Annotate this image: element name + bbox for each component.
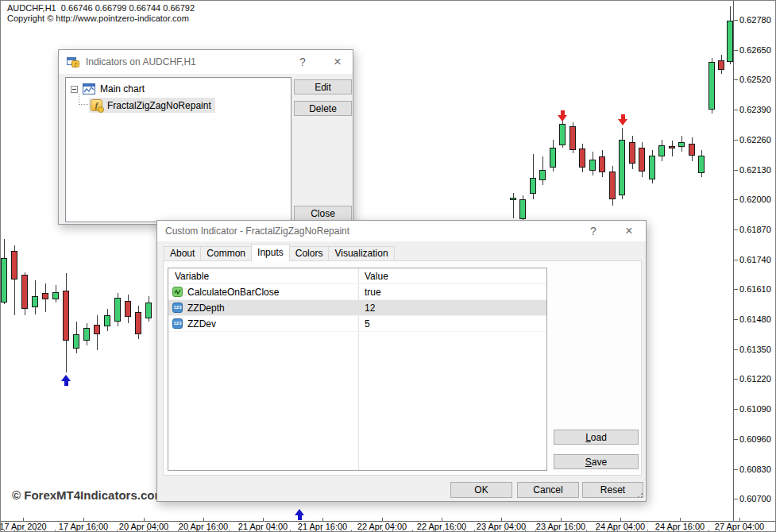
save-button[interactable]: Save	[554, 454, 639, 469]
time-axis-tick	[442, 518, 442, 522]
price-axis-label: 0.60700	[739, 494, 771, 503]
edit-button[interactable]: Edit	[294, 79, 352, 94]
param-variable: ZZDev	[187, 318, 216, 330]
price-axis-tick	[733, 20, 738, 21]
param-variable: ZZDepth	[187, 303, 225, 314]
integer-type-icon: 123	[172, 318, 183, 329]
param-value[interactable]: 5	[365, 318, 370, 330]
param-row[interactable]: 123ZZDepth12	[168, 300, 546, 316]
price-axis-tick	[733, 319, 738, 320]
candle-body	[559, 124, 566, 145]
time-axis-tick	[620, 518, 621, 522]
tab-common[interactable]: Common	[200, 246, 252, 261]
tree-item-main-chart[interactable]: Main chart	[71, 83, 145, 95]
candle-body	[678, 142, 685, 147]
tab-strip: AboutCommonInputsColorsVisualization	[164, 245, 394, 261]
candle-body	[83, 328, 90, 341]
tree-connector	[79, 94, 90, 105]
param-value[interactable]: true	[365, 287, 381, 298]
tab-about[interactable]: About	[164, 246, 201, 261]
price-axis-label: 0.61480	[739, 314, 771, 324]
price-axis-tick	[733, 50, 738, 51]
reset-button[interactable]: Reset	[582, 482, 643, 498]
candle-body	[658, 145, 665, 156]
custom-indicator-dialog: Custom Indicator - FractalZigZagNoRepain…	[156, 220, 647, 502]
help-button[interactable]: ?	[294, 50, 311, 74]
price-axis-tick	[733, 79, 738, 80]
price-axis-label: 0.62000	[739, 195, 771, 204]
price-axis-label: 0.62780	[739, 15, 771, 25]
delete-button[interactable]: Delete	[294, 101, 352, 116]
candle-body	[145, 303, 152, 318]
price-axis-label: 0.61220	[739, 374, 771, 384]
candle-body	[510, 198, 516, 200]
buy-signal-arrow-icon	[295, 509, 305, 520]
price-axis-tick	[733, 469, 738, 470]
indicators-dialog-titlebar[interactable]: f Indicators on AUDCHF,H1 ? ×	[59, 50, 353, 74]
price-axis-label: 0.62390	[739, 105, 771, 114]
candle-body	[599, 156, 605, 172]
candle-body	[32, 296, 38, 307]
price-axis-label: 0.62260	[739, 135, 771, 145]
sell-signal-arrow-icon	[558, 110, 568, 121]
time-axis-label: 17 Apr 2020	[0, 522, 47, 531]
candle-body	[569, 126, 576, 150]
candle-body	[639, 148, 645, 172]
candle-body	[125, 301, 131, 317]
candle-body	[629, 142, 635, 164]
tree-collapse-icon[interactable]	[71, 86, 78, 93]
close-icon[interactable]: ×	[329, 50, 346, 74]
param-value[interactable]: 12	[365, 303, 375, 314]
ok-button[interactable]: OK	[450, 482, 512, 498]
tree-item-main-chart-label: Main chart	[100, 83, 145, 94]
help-button[interactable]: ?	[585, 221, 602, 241]
tree-item-indicator-label: FractalZigZagNoRepaint	[107, 100, 211, 111]
time-axis-label: 27 Apr 04:00	[715, 522, 764, 531]
price-axis-tick	[733, 409, 738, 410]
candle-body	[63, 291, 69, 341]
candle-wick	[513, 193, 514, 218]
custom-indicator-dialog-titlebar[interactable]: Custom Indicator - FractalZigZagNoRepain…	[157, 221, 646, 241]
tree-item-indicator[interactable]: f FractalZigZagNoRepaint	[89, 98, 215, 113]
candle-body	[609, 172, 616, 199]
candle-body	[708, 62, 715, 110]
chart-watermark: © ForexMT4Indicators.com	[12, 488, 165, 502]
integer-type-icon: 123	[172, 303, 183, 313]
price-axis-tick	[733, 110, 738, 110]
price-axis-label: 0.62650	[739, 45, 771, 55]
candle-body	[589, 160, 596, 171]
cancel-button[interactable]: Cancel	[517, 482, 579, 498]
tab-visualization[interactable]: Visualization	[328, 246, 394, 261]
table-header: Variable Value	[168, 268, 546, 284]
candle-body	[11, 251, 17, 279]
price-axis-tick	[733, 349, 738, 350]
price-axis-label: 0.61740	[739, 255, 771, 264]
close-button[interactable]: Close	[294, 206, 352, 221]
time-axis-tick	[739, 518, 740, 522]
tab-colors[interactable]: Colors	[289, 246, 330, 261]
param-row[interactable]: CalculateOnBarClosetrue	[168, 284, 546, 300]
resize-grip[interactable]	[636, 492, 643, 498]
load-button[interactable]: Load	[554, 430, 639, 445]
candle-body	[689, 144, 695, 156]
tab-inputs[interactable]: Inputs	[251, 244, 290, 261]
close-icon[interactable]: ×	[620, 221, 638, 241]
indicators-tree: Main chart f FractalZigZagNoRepaint	[65, 77, 291, 222]
time-axis-tick	[203, 518, 204, 522]
price-axis-label: 0.61610	[739, 284, 771, 294]
time-axis-tick	[561, 518, 562, 522]
chart-copyright: Copyright © http://www.pointzero-indicat…	[7, 13, 189, 23]
candle-wick	[672, 141, 673, 156]
price-axis-label: 0.61090	[739, 404, 771, 414]
time-axis-tick	[322, 518, 323, 522]
candle-body	[519, 199, 526, 219]
candle-body	[52, 292, 59, 299]
time-axis-tick	[501, 518, 502, 522]
column-header-value: Value	[365, 271, 388, 282]
column-header-variable: Variable	[175, 271, 209, 282]
price-axis-label: 0.62520	[739, 75, 771, 84]
price-axis-tick	[733, 499, 738, 499]
price-axis-label: 0.61870	[739, 225, 771, 234]
param-row[interactable]: 123ZZDev5	[168, 316, 546, 332]
price-axis-tick	[733, 199, 738, 200]
